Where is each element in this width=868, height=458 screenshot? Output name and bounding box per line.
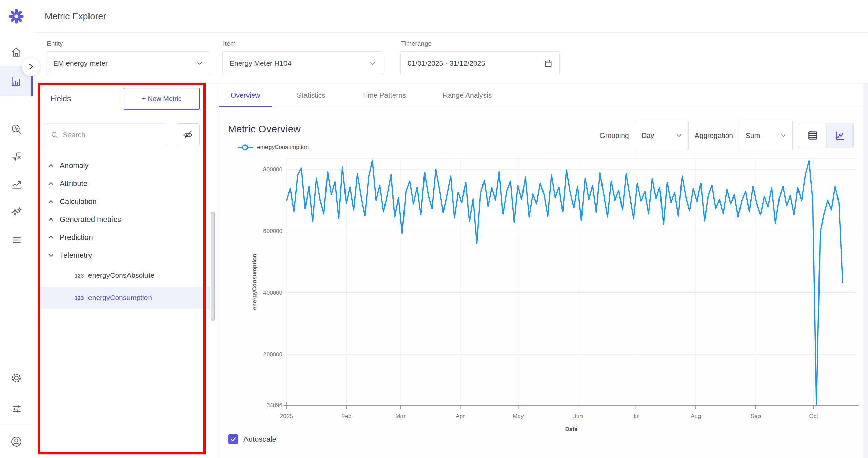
field-item-energyConsumption[interactable]: 123energyConsumption (40, 287, 210, 309)
sidebar (0, 33, 33, 458)
chevron-up-icon (47, 216, 54, 223)
checkmark-icon (230, 436, 237, 443)
settings-gear-icon (11, 372, 22, 384)
grouping-label: Grouping (599, 131, 629, 140)
sparkles-icon (11, 207, 22, 218)
y-tick-label: 200000 (263, 351, 282, 358)
x-tick-label: Jun (573, 413, 583, 419)
sidebar-item-trends[interactable] (0, 173, 33, 195)
y-tick-label: 34896 (267, 402, 282, 409)
sidebar-expand-button[interactable] (22, 58, 40, 76)
energyConsumption-line-series (287, 160, 843, 405)
x-tick-label: Oct (809, 413, 818, 419)
tab-range-analysis[interactable]: Range Analysis (431, 83, 504, 107)
field-category-prediction[interactable]: Prediction (40, 228, 210, 246)
autoscale-control[interactable]: Autoscale (228, 434, 276, 444)
field-search[interactable] (45, 123, 167, 146)
chevron-down-icon (369, 60, 376, 67)
formula-icon (11, 151, 22, 162)
x-tick-label: Feb (341, 413, 351, 419)
metric-overview-heading: Metric Overview (228, 123, 301, 135)
calendar-icon[interactable] (544, 59, 553, 68)
field-item-label: energyConsumption (88, 294, 152, 302)
item-select[interactable]: Energy Meter H104 (222, 51, 383, 75)
x-tick-label: 2025 (280, 413, 293, 419)
table-view-button[interactable] (799, 123, 826, 148)
grouping-value: Day (642, 131, 654, 140)
field-category-telemetry[interactable]: Telemetry (40, 246, 210, 264)
new-metric-button[interactable]: + New Metric (124, 88, 200, 110)
sidebar-item-account[interactable] (0, 431, 33, 453)
entity-select[interactable]: EM energy meter (46, 51, 210, 75)
field-item-energyConsAbsolute[interactable]: 123energyConsAbsolute (40, 264, 210, 287)
field-item-label: energyConsAbsolute (88, 271, 154, 279)
autoscale-checkbox[interactable] (228, 434, 238, 444)
table-icon (807, 130, 818, 141)
top-bar: Metric Explorer (0, 0, 868, 33)
x-tick-label: Apr (456, 413, 465, 419)
numeric-field-icon: 123 (75, 294, 84, 301)
chart-view-button[interactable] (826, 123, 853, 148)
legend-item-energyConsumption[interactable]: energyConsumption (237, 144, 309, 151)
hide-empty-fields-button[interactable] (176, 123, 200, 146)
grouping-select[interactable]: Day (635, 121, 689, 150)
chevron-down-icon (780, 132, 786, 139)
chart-controls: Grouping Day Aggregation Sum (599, 121, 854, 150)
user-icon (10, 436, 22, 448)
sidebar-item-anomaly-explorer[interactable] (0, 118, 33, 140)
chevron-down-icon (47, 252, 54, 259)
y-tick-label: 600000 (263, 228, 282, 234)
x-tick-label: Mar (395, 413, 406, 419)
app-logo[interactable] (0, 0, 33, 33)
category-label: Telemetry (60, 251, 92, 260)
y-tick-label: 400000 (263, 290, 282, 296)
tab-overview[interactable]: Overview (219, 83, 272, 107)
search-input[interactable] (63, 131, 161, 139)
anomaly-search-icon (11, 124, 22, 135)
entity-value: EM energy meter (53, 59, 196, 67)
sidebar-item-preferences[interactable] (0, 398, 33, 419)
field-category-generated-metrics[interactable]: Generated metrics (40, 210, 210, 228)
sliders-icon (11, 403, 22, 414)
y-axis-title: energyConsumption (251, 254, 258, 310)
page-title: Metric Explorer (45, 0, 106, 33)
fields-panel-title: Fields (50, 94, 71, 103)
bar-chart-icon (10, 76, 21, 86)
chevron-down-icon (676, 132, 682, 139)
chevron-up-icon (47, 234, 54, 241)
category-label: Anomaly (60, 161, 89, 170)
x-axis-title: Date (565, 426, 578, 432)
field-category-anomaly[interactable]: Anomaly (40, 157, 210, 174)
tab-statistics[interactable]: Statistics (285, 83, 337, 107)
aggregation-select[interactable]: Sum (739, 121, 793, 150)
category-label: Prediction (60, 233, 93, 242)
autoscale-label: Autoscale (243, 435, 276, 444)
sidebar-item-calculations[interactable] (0, 145, 33, 167)
chevron-up-icon (47, 198, 54, 205)
field-category-calculation[interactable]: Calculation (40, 192, 210, 210)
x-tick-label: Aug (691, 413, 701, 419)
category-label: Generated metrics (60, 215, 121, 224)
sidebar-item-ai-insights[interactable] (0, 201, 33, 223)
logo-burst-icon (9, 9, 24, 24)
chevron-right-icon (27, 63, 35, 70)
chevron-up-icon (47, 180, 54, 187)
timerange-label: Timerange (401, 40, 432, 47)
aggregation-value: Sum (746, 131, 760, 140)
item-value: Energy Meter H104 (230, 59, 369, 67)
aggregation-label: Aggregation (695, 131, 733, 140)
entity-label: Entity (47, 40, 63, 47)
sidebar-divider (0, 424, 33, 424)
trend-icon (11, 179, 22, 190)
sidebar-item-settings[interactable] (0, 367, 33, 389)
search-icon (51, 131, 58, 139)
x-tick-label: Jul (632, 413, 640, 419)
chevron-up-icon (47, 162, 54, 169)
tab-time-patterns[interactable]: Time Patterns (351, 83, 418, 107)
timerange-input[interactable]: 01/01/2025 - 31/12/2025 (400, 51, 560, 75)
sidebar-item-menu[interactable] (0, 229, 33, 250)
metric-line-chart: 800000600000400000200000348962025FebMarA… (217, 152, 868, 434)
field-category-attribute[interactable]: Attribute (40, 174, 210, 192)
view-toggle-group (799, 123, 854, 148)
fields-scrollbar-thumb[interactable] (211, 212, 215, 321)
